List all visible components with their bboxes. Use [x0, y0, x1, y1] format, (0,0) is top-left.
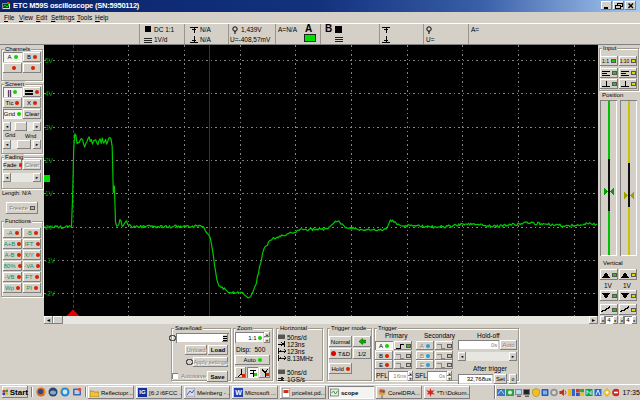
svg-text:-2V: -2V	[45, 290, 56, 297]
svg-text:3V: 3V	[45, 124, 54, 131]
svg-text:4V: 4V	[45, 90, 54, 97]
svg-text:5V: 5V	[45, 57, 54, 64]
svg-text:2V: 2V	[45, 157, 54, 164]
svg-text:-1V: -1V	[45, 257, 56, 264]
svg-text:1V: 1V	[45, 190, 54, 197]
